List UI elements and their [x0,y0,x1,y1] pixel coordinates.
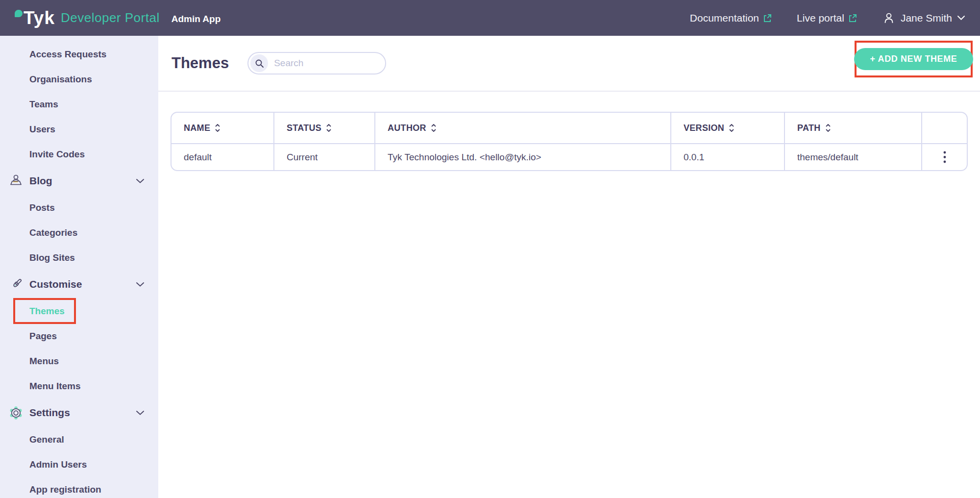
themes-table: NAME STATUS AUTHOR VERSION [171,112,968,171]
sidebar-section-label: Blog [29,175,52,187]
sort-icon [825,123,831,133]
column-label: PATH [797,123,821,133]
sidebar-item-menus[interactable]: Menus [0,349,158,374]
column-header-path[interactable]: PATH [784,113,922,144]
live-portal-link[interactable]: Live portal [797,12,858,24]
annotation-box-add-theme: + ADD NEW THEME [855,41,973,77]
sidebar-section-blog[interactable]: Blog [0,167,158,195]
documentation-label: Documentation [690,12,759,24]
search-input[interactable] [274,58,372,69]
live-portal-label: Live portal [797,12,844,24]
sidebar-item-label: Invite Codes [29,149,85,160]
page-header: Themes + ADD NEW THEME [158,36,980,92]
sidebar-item-label: Categories [29,227,77,238]
sidebar-section-settings[interactable]: Settings [0,398,158,427]
sidebar: Access Requests Organisations Teams User… [0,36,158,498]
cell-path: themes/default [784,144,922,170]
main-content: Themes + ADD NEW THEME NAME [158,36,980,498]
sidebar-item-organisations[interactable]: Organisations [0,67,158,92]
search-box[interactable] [247,52,386,75]
sidebar-item-label: Access Requests [29,49,106,60]
column-label: NAME [184,123,210,133]
sidebar-item-general[interactable]: General [0,427,158,452]
tyk-logo[interactable]: Tyk Developer Portal [15,8,160,28]
chevron-down-icon [957,15,965,21]
column-header-actions [922,113,967,144]
admin-app-label: Admin App [172,14,221,25]
sidebar-item-label: Blog Sites [29,252,75,263]
sidebar-item-blog-sites[interactable]: Blog Sites [0,245,158,270]
column-header-name[interactable]: NAME [172,113,274,144]
tyk-leaf-icon [15,10,23,17]
column-header-author[interactable]: AUTHOR [375,113,671,144]
sidebar-item-label: General [29,434,64,445]
sidebar-section-customise[interactable]: Customise [0,270,158,299]
user-menu[interactable]: Jane Smith [882,11,965,25]
sort-icon [431,123,437,133]
sidebar-section-label: Customise [29,278,82,290]
external-link-icon [848,13,858,23]
column-label: STATUS [287,123,321,133]
sidebar-item-teams[interactable]: Teams [0,92,158,117]
sidebar-item-label: Themes [29,306,65,317]
page-title: Themes [172,54,229,72]
sidebar-item-label: Users [29,124,55,135]
table-row: default Current Tyk Technologies Ltd. <h… [172,144,967,170]
sidebar-item-menu-items[interactable]: Menu Items [0,374,158,398]
sidebar-item-access-requests[interactable]: Access Requests [0,42,158,67]
sidebar-item-label: Menus [29,356,59,367]
brand-name: Tyk [24,8,55,28]
cell-version: 0.0.1 [671,144,784,170]
sidebar-item-label: Teams [29,99,58,110]
sidebar-section-label: Settings [29,407,70,419]
add-new-theme-button[interactable]: + ADD NEW THEME [854,48,974,70]
sidebar-item-label: Admin Users [29,459,87,470]
sidebar-item-posts[interactable]: Posts [0,195,158,220]
blogger-icon [8,174,29,189]
sidebar-item-themes[interactable]: Themes [0,299,158,324]
sidebar-item-label: Pages [29,331,57,342]
chevron-down-icon [136,178,145,184]
sidebar-item-label: Organisations [29,74,92,85]
table-header-row: NAME STATUS AUTHOR VERSION [172,113,967,144]
user-name: Jane Smith [901,12,952,24]
sidebar-item-users[interactable]: Users [0,117,158,142]
product-name: Developer Portal [61,10,160,25]
user-icon [882,11,896,25]
cell-status: Current [274,144,375,170]
column-header-version[interactable]: VERSION [671,113,784,144]
sidebar-item-label: Menu Items [29,381,81,392]
cell-name: default [172,144,274,170]
sidebar-item-categories[interactable]: Categories [0,220,158,245]
sidebar-item-admin-users[interactable]: Admin Users [0,452,158,477]
sort-icon [326,123,332,133]
chevron-down-icon [136,282,145,287]
column-label: VERSION [684,123,724,133]
sidebar-item-label: App registration [29,484,101,495]
cell-author: Tyk Technologies Ltd. <hello@tyk.io> [375,144,671,170]
app-header: Tyk Developer Portal Admin App Documenta… [0,0,980,36]
sort-icon [729,123,735,133]
external-link-icon [762,13,772,23]
column-label: AUTHOR [388,123,426,133]
documentation-link[interactable]: Documentation [690,12,772,24]
search-icon [250,54,268,72]
gear-icon [8,405,29,421]
chevron-down-icon [136,410,145,416]
sidebar-item-invite-codes[interactable]: Invite Codes [0,142,158,167]
sidebar-item-label: Posts [29,202,55,213]
column-header-status[interactable]: STATUS [274,113,375,144]
row-actions-kebab-icon[interactable] [938,148,951,167]
sidebar-item-pages[interactable]: Pages [0,324,158,349]
sort-icon [215,123,220,133]
sidebar-item-app-registration[interactable]: App registration [0,477,158,498]
paintbrush-icon [8,277,29,292]
